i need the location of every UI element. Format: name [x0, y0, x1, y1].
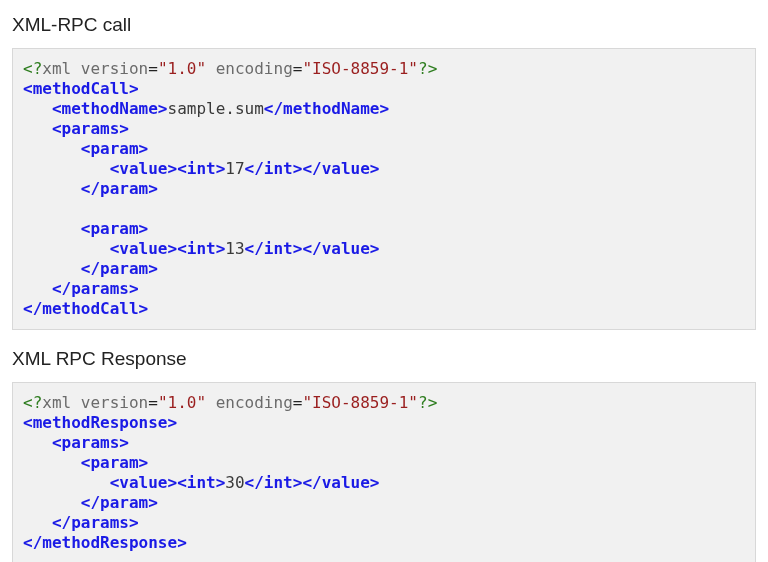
val-version: "1.0": [158, 59, 206, 78]
space: [206, 59, 216, 78]
tag-param-open: <param>: [81, 219, 148, 238]
tag-value-close: </value>: [302, 473, 379, 492]
tag-int-open: <int>: [177, 159, 225, 178]
xml-keyword: xml: [42, 59, 71, 78]
attr-version: version: [81, 59, 148, 78]
equals: =: [148, 393, 158, 412]
pi-open: <?: [23, 393, 42, 412]
pi-close: ?>: [418, 59, 437, 78]
tag-value-close: </value>: [302, 239, 379, 258]
tag-int-close: </int>: [245, 473, 303, 492]
tag-params-close: </params>: [52, 279, 139, 298]
equals: =: [293, 59, 303, 78]
int-value-2: 13: [225, 239, 244, 258]
tag-int-close: </int>: [245, 239, 303, 258]
tag-value-open: <value>: [110, 473, 177, 492]
tag-methodname-open: <methodName>: [52, 99, 168, 118]
space: [71, 59, 81, 78]
code-block-response: <?xml version="1.0" encoding="ISO-8859-1…: [12, 382, 756, 562]
section-title-call: XML-RPC call: [12, 14, 756, 36]
tag-int-close: </int>: [245, 159, 303, 178]
tag-param-close: </param>: [81, 179, 158, 198]
tag-methodresponse-open: <methodResponse>: [23, 413, 177, 432]
tag-param-close: </param>: [81, 493, 158, 512]
space: [206, 393, 216, 412]
int-value-1: 17: [225, 159, 244, 178]
tag-param-open: <param>: [81, 453, 148, 472]
int-result: 30: [225, 473, 244, 492]
code-block-call: <?xml version="1.0" encoding="ISO-8859-1…: [12, 48, 756, 330]
tag-int-open: <int>: [177, 473, 225, 492]
tag-params-close: </params>: [52, 513, 139, 532]
space: [71, 393, 81, 412]
attr-version: version: [81, 393, 148, 412]
tag-value-open: <value>: [110, 159, 177, 178]
equals: =: [293, 393, 303, 412]
tag-param-open: <param>: [81, 139, 148, 158]
tag-value-open: <value>: [110, 239, 177, 258]
attr-encoding: encoding: [216, 59, 293, 78]
tag-methodcall-close: </methodCall>: [23, 299, 148, 318]
pi-close: ?>: [418, 393, 437, 412]
section-title-response: XML RPC Response: [12, 348, 756, 370]
method-name-text: sample.sum: [168, 99, 264, 118]
tag-param-close: </param>: [81, 259, 158, 278]
tag-methodresponse-close: </methodResponse>: [23, 533, 187, 552]
val-version: "1.0": [158, 393, 206, 412]
val-encoding: "ISO-8859-1": [302, 59, 418, 78]
tag-value-close: </value>: [302, 159, 379, 178]
pi-open: <?: [23, 59, 42, 78]
tag-params-open: <params>: [52, 119, 129, 138]
tag-params-open: <params>: [52, 433, 129, 452]
val-encoding: "ISO-8859-1": [302, 393, 418, 412]
tag-methodcall-open: <methodCall>: [23, 79, 139, 98]
equals: =: [148, 59, 158, 78]
tag-methodname-close: </methodName>: [264, 99, 389, 118]
tag-int-open: <int>: [177, 239, 225, 258]
attr-encoding: encoding: [216, 393, 293, 412]
xml-keyword: xml: [42, 393, 71, 412]
